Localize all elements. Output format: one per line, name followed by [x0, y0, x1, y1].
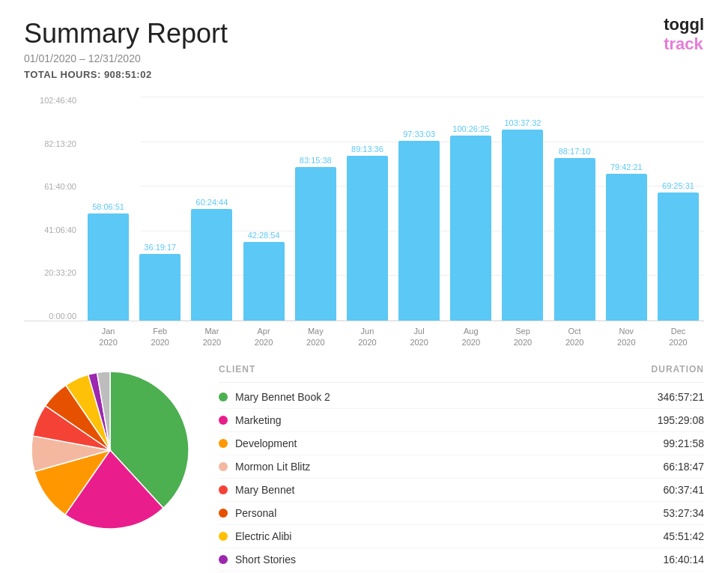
- y-axis: 0:00:0020:33:2041:06:4061:40:0082:13:201…: [24, 97, 76, 321]
- client-dot: [219, 485, 228, 494]
- bar-rect: [191, 209, 232, 321]
- table-row: Marketing195:29:08: [219, 409, 704, 432]
- y-axis-label: 82:13:20: [24, 140, 76, 148]
- bar-chart-container: 0:00:0020:33:2041:06:4061:40:0082:13:201…: [0, 89, 728, 349]
- duration-cell: 66:18:47: [664, 461, 705, 473]
- client-name: Mormon Lit Blitz: [235, 461, 310, 473]
- app-logo: toggl track: [664, 15, 704, 54]
- bar-value: 36:19:17: [144, 243, 176, 252]
- client-cell: Short Stories: [219, 554, 296, 566]
- bar-value: 103:37:32: [504, 118, 541, 127]
- duration-cell: 99:21:58: [664, 437, 705, 449]
- y-axis-label: 61:40:00: [24, 183, 76, 191]
- x-axis-label: Nov2020: [601, 326, 652, 349]
- bar-rect: [139, 254, 181, 321]
- bar-rect: [398, 141, 440, 321]
- table-row: Personal53:27:34: [219, 502, 704, 525]
- bar-group: 58:06:51: [82, 97, 134, 321]
- x-axis-label: Feb2020: [134, 326, 186, 349]
- page-header: Summary Report 01/01/2020 – 12/31/2020 T…: [0, 0, 728, 89]
- client-cell: Mary Bennet Book 2: [219, 391, 330, 403]
- x-axis-label: Mar2020: [186, 326, 237, 349]
- bar-value: 100:26:25: [452, 124, 489, 133]
- bar-group: 97:33:03: [393, 97, 445, 321]
- bar-chart: 0:00:0020:33:2041:06:4061:40:0082:13:201…: [24, 97, 704, 321]
- client-name: Personal: [235, 507, 276, 519]
- x-axis-label: May2020: [290, 326, 342, 349]
- bar-rect: [450, 136, 491, 321]
- bars-area: 58:06:5136:19:1760:24:4442:28:5483:15:38…: [82, 97, 704, 321]
- bar-group: 42:28:54: [238, 97, 290, 321]
- x-axis-label: Jul2020: [393, 326, 445, 349]
- client-dot: [219, 416, 228, 425]
- duration-cell: 16:40:14: [664, 554, 705, 566]
- page-title: Summary Report: [24, 18, 704, 49]
- client-cell: Electric Alibi: [219, 530, 291, 542]
- bar-rect: [502, 130, 543, 321]
- bar-rect: [606, 174, 647, 321]
- duration-cell: 195:29:08: [658, 414, 704, 426]
- client-cell: Mormon Lit Blitz: [219, 461, 310, 473]
- bar-group: 88:17:10: [549, 97, 601, 321]
- client-cell: Marketing: [219, 414, 281, 426]
- table-row: Mormon Lit Blitz66:18:47: [219, 455, 704, 479]
- table-row: Electric Alibi45:51:42: [219, 525, 704, 548]
- y-axis-label: 0:00:00: [24, 312, 76, 321]
- table-row: Mary Bennet Book 2346:57:21: [219, 386, 704, 409]
- bottom-section: CLIENT DURATION Mary Bennet Book 2346:57…: [0, 349, 728, 573]
- y-axis-label: 20:33:20: [24, 269, 76, 277]
- bar-group: 100:26:25: [445, 97, 497, 321]
- pie-chart: [24, 364, 196, 536]
- x-axis-label: Jan2020: [82, 326, 134, 349]
- table-row: Short Stories16:40:14: [219, 548, 704, 572]
- bar-value: 60:24:44: [196, 198, 228, 207]
- client-name: Marketing: [235, 414, 281, 426]
- bar-value: 89:13:36: [351, 145, 383, 154]
- bar-value: 42:28:54: [248, 231, 280, 240]
- total-hours: TOTAL HOURS: 908:51:02: [24, 69, 704, 80]
- bar-rect: [554, 158, 595, 321]
- client-name: Mary Bennet Book 2: [235, 391, 330, 403]
- bar-rect: [88, 213, 129, 321]
- bar-group: 69:25:31: [652, 97, 704, 321]
- duration-cell: 60:37:41: [664, 484, 705, 496]
- logo-toggl: toggl: [664, 15, 704, 34]
- y-axis-label: 41:06:40: [24, 226, 76, 234]
- bar-group: 103:37:32: [497, 97, 548, 321]
- client-dot: [219, 555, 228, 564]
- client-cell: Development: [219, 437, 297, 449]
- x-axis-labels: Jan2020Feb2020Mar2020Apr2020May2020Jun20…: [24, 321, 704, 349]
- bar-group: 36:19:17: [134, 97, 186, 321]
- bar-value: 97:33:03: [403, 130, 435, 139]
- y-axis-label: 102:46:40: [24, 97, 76, 105]
- col-duration-header: DURATION: [652, 364, 704, 375]
- logo-track: track: [664, 34, 703, 53]
- bar-group: 89:13:36: [342, 97, 393, 321]
- table-header: CLIENT DURATION: [219, 364, 704, 383]
- client-dot: [219, 509, 228, 518]
- client-name: Short Stories: [235, 554, 296, 566]
- bar-value: 83:15:38: [300, 156, 332, 165]
- client-cell: Mary Bennet: [219, 484, 294, 496]
- duration-cell: 346:57:21: [658, 391, 704, 403]
- bar-group: 60:24:44: [186, 97, 237, 321]
- client-dot: [219, 462, 228, 471]
- duration-cell: 53:27:34: [664, 507, 705, 519]
- client-dot: [219, 532, 228, 541]
- client-dot: [219, 392, 228, 401]
- table-row: Development99:21:58: [219, 432, 704, 455]
- date-range: 01/01/2020 – 12/31/2020: [24, 52, 704, 64]
- table-row: Mary Bennet60:37:41: [219, 479, 704, 502]
- x-axis-label: Oct2020: [549, 326, 601, 349]
- col-client-header: CLIENT: [219, 364, 255, 375]
- bar-group: 83:15:38: [290, 97, 342, 321]
- bar-group: 79:42:21: [601, 97, 652, 321]
- x-axis-label: Aug2020: [445, 326, 497, 349]
- client-name: Development: [235, 437, 297, 449]
- bar-value: 88:17:10: [559, 147, 591, 156]
- bar-rect: [243, 242, 285, 321]
- client-cell: Personal: [219, 507, 276, 519]
- x-axis-label: Dec2020: [652, 326, 704, 349]
- client-name: Electric Alibi: [235, 530, 291, 542]
- bar-rect: [658, 192, 699, 321]
